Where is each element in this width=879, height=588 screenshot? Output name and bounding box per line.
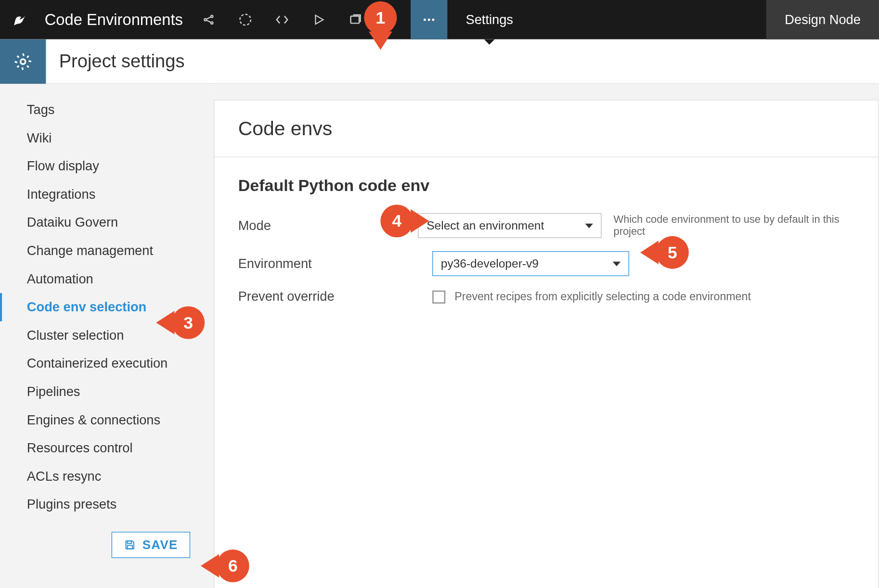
sidebar-item-integrations[interactable]: Integrations [0, 180, 214, 209]
sidebar-item-engines-connections[interactable]: Engines & connections [0, 406, 214, 435]
callout-6: 6 [217, 550, 249, 582]
topbar-icons [190, 0, 447, 39]
mode-hint: Which code environment to use by default… [602, 214, 855, 237]
svg-line-4 [207, 20, 211, 23]
svg-rect-7 [351, 16, 359, 23]
project-title[interactable]: Code Environments [39, 11, 190, 29]
mode-value: Select an environment [427, 218, 544, 232]
share-icon[interactable] [190, 0, 227, 39]
callout-4: 4 [380, 205, 413, 237]
chevron-down-icon [613, 261, 620, 266]
chevron-down-icon [585, 223, 593, 228]
sidebar-item-automation[interactable]: Automation [0, 265, 214, 294]
panel: Code envs Default Python code env Mode S… [214, 100, 879, 588]
sidebar-item-pipelines[interactable]: Pipelines [0, 378, 214, 406]
gear-icon [0, 39, 46, 84]
logo-icon[interactable] [0, 11, 39, 28]
svg-point-10 [432, 18, 434, 21]
svg-point-5 [240, 14, 250, 25]
callout-1: 1 [364, 1, 397, 34]
environment-select[interactable]: py36-developer-v9 [432, 251, 629, 276]
svg-point-8 [424, 18, 426, 21]
mode-select[interactable]: Select an environment [418, 213, 602, 238]
svg-rect-12 [128, 541, 131, 543]
svg-point-1 [211, 15, 213, 18]
sidebar-item-tags[interactable]: Tags [0, 96, 214, 124]
save-button[interactable]: SAVE [112, 532, 191, 558]
panel-title: Code envs [215, 100, 879, 157]
subheader: Project settings [0, 39, 879, 84]
svg-point-2 [211, 22, 213, 24]
svg-point-0 [204, 19, 207, 21]
callout-5: 5 [656, 236, 689, 269]
sidebar-item-containerized-execution[interactable]: Containerized execution [0, 349, 214, 378]
sidebar-item-wiki[interactable]: Wiki [0, 124, 214, 153]
prevent-override-hint: Prevent recipes from explicitly selectin… [454, 290, 750, 303]
sidebar-item-flow-display[interactable]: Flow display [0, 152, 214, 180]
circle-icon[interactable] [227, 0, 263, 39]
sidebar-item-acls-resync[interactable]: ACLs resync [0, 462, 214, 491]
environment-label: Environment [238, 256, 432, 271]
play-icon[interactable] [300, 0, 337, 39]
code-icon[interactable] [264, 0, 300, 39]
svg-marker-6 [315, 15, 323, 24]
prevent-override-checkbox[interactable] [432, 290, 445, 303]
tab-settings[interactable]: Settings [447, 0, 531, 39]
save-label: SAVE [142, 537, 178, 552]
callout-3: 3 [172, 306, 205, 339]
environment-value: py36-developer-v9 [441, 256, 539, 270]
page-title: Project settings [46, 51, 184, 72]
svg-point-9 [428, 18, 430, 21]
sidebar-item-change-management[interactable]: Change management [0, 237, 214, 265]
node-label[interactable]: Design Node [766, 0, 879, 39]
sidebar-item-plugins-presets[interactable]: Plugins presets [0, 490, 214, 519]
content: Code envs Default Python code env Mode S… [214, 84, 879, 588]
svg-point-11 [21, 59, 26, 64]
section-title: Default Python code env [238, 176, 855, 195]
sidebar-item-resources-control[interactable]: Resources control [0, 434, 214, 462]
sidebar-item-dataiku-govern[interactable]: Dataiku Govern [0, 208, 214, 237]
svg-line-3 [207, 17, 211, 19]
svg-rect-13 [128, 545, 132, 549]
save-icon [124, 539, 136, 551]
topbar: Code Environments Settings Desig [0, 0, 879, 39]
prevent-override-label: Prevent override [238, 289, 432, 304]
more-icon[interactable] [411, 0, 447, 39]
